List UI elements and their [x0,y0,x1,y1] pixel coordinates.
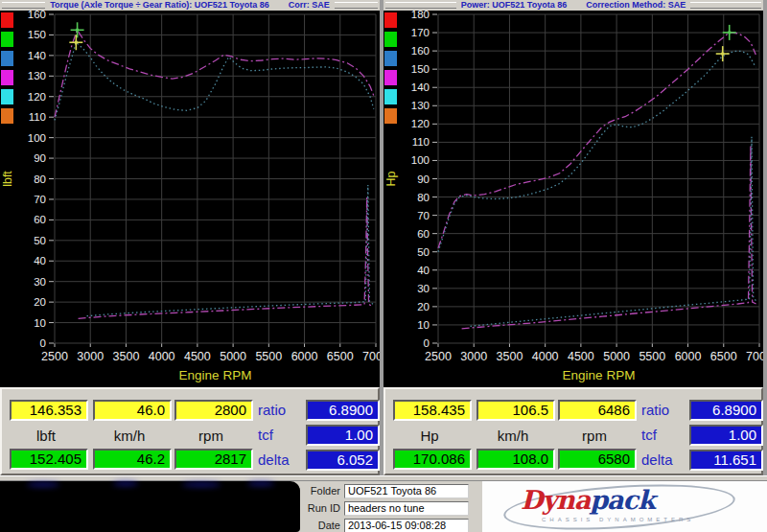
x-tick-label: 5500 [255,350,282,363]
x-tick-label: 2500 [425,350,452,363]
rpm-cursor-yellow-value: 2800 [174,400,253,421]
power-chart-title: Power: UOF521 Toyota 86 [458,0,569,11]
delta-value: 6.052 [306,450,380,471]
y-tick-label: 100 [411,154,430,166]
blue-legend-swatch[interactable] [1,51,13,66]
y-axis-label: Hp [384,171,398,186]
orange-legend-swatch[interactable] [384,108,397,124]
rpm-cursor-green-value: 6580 [558,449,637,470]
speed-trace-magenta [79,197,373,318]
power-chart[interactable]: 2500300035004000450050005500600065007000… [384,11,763,387]
folder-label: Folder [300,485,340,497]
y-tick-label: 90 [34,152,46,164]
speed-trace-cyan [471,137,756,327]
ratio-label: ratio [258,402,286,418]
runid-input[interactable]: headers no tune [344,501,469,516]
folder-row: Folder UOF521 Toyota 86 [300,484,482,498]
y-tick-label: 110 [412,136,430,148]
magenta-legend-swatch[interactable] [1,70,13,85]
tcf-value: 1.00 [689,425,763,446]
titlebar-rail [2,2,45,9]
green-cursor[interactable] [723,25,736,40]
red-legend-swatch[interactable] [384,12,397,28]
speed-unit-label: km/h [498,428,529,444]
torque-chart[interactable]: 2500300035004000450050005500600065007000… [0,11,380,387]
y-tick-label: 140 [28,50,46,61]
power-cursor-green-value: 170.086 [393,449,472,470]
y-tick-label: 150 [411,63,430,75]
y-tick-label: 160 [28,11,46,20]
y-tick-label: 180 [411,11,430,20]
y-tick-label: 100 [28,132,46,144]
x-tick-label: 3500 [497,350,523,363]
delta-label: delta [641,451,673,468]
logo-text-dyna: Dyna [521,485,590,515]
speed-cursor-green-value: 46.2 [93,449,172,470]
y-tick-label: 70 [417,210,430,221]
speed-cursor-green-value: 108.0 [476,449,555,470]
speed-unit-label: km/h [114,428,146,444]
x-tick-label: 4500 [184,350,211,363]
redacted-region [0,481,300,532]
y-tick-label: 10 [417,319,430,331]
power-run-cyan [438,51,755,251]
date-row: Date 2013-06-15 09:08:28 [300,519,482,532]
y-tick-label: 150 [28,29,46,40]
y-tick-label: 110 [29,111,46,123]
charts-row: Torque (Axle Torque ÷ Gear Ratio): UOF52… [0,0,767,387]
runid-label: Run ID [300,502,340,514]
rpm-cursor-green-value: 2817 [174,449,253,470]
x-tick-label: 6000 [675,350,702,363]
footer: Folder UOF521 Toyota 86 Run ID headers n… [0,475,767,532]
rpm-cursor-yellow-value: 6486 [558,400,637,421]
y-tick-label: 90 [417,173,430,185]
power-chart-panel: Power: UOF521 Toyota 86 Correction Metho… [384,0,763,387]
y-tick-label: 120 [411,118,430,129]
torque-run-cyan [55,42,374,120]
cyan-legend-swatch[interactable] [384,89,397,104]
torque-readout-panel: 146.353 46.0 2800 lbft km/h rpm 152.405 … [0,387,380,475]
orange-legend-swatch[interactable] [1,108,13,124]
rpm-unit-label: rpm [198,428,223,444]
titlebar-rail [385,2,456,9]
torque-cursor-yellow-value: 146.353 [10,400,88,421]
magenta-legend-swatch[interactable] [384,70,397,85]
tcf-value: 1.00 [306,425,380,446]
folder-input[interactable]: UOF521 Toyota 86 [344,484,469,498]
torque-cursor-green-value: 152.405 [10,449,88,470]
y-tick-label: 40 [417,265,430,276]
tcf-label: tcf [258,427,273,443]
tcf-label: tcf [641,427,657,443]
y-tick-label: 120 [28,91,46,103]
torque-corr-label: Corr: SAE [286,0,333,11]
power-corr-label: Correction Method: SAE [583,0,688,11]
titlebar-rail [690,2,761,9]
torque-chart-title: Torque (Axle Torque ÷ Gear Ratio): UOF52… [47,0,271,11]
titlebar-rail [335,2,378,9]
y-tick-label: 20 [34,296,46,308]
x-tick-label: 7000 [362,350,380,363]
y-tick-label: 0 [424,337,430,349]
green-legend-swatch[interactable] [384,32,397,47]
readouts-row: 146.353 46.0 2800 lbft km/h rpm 152.405 … [0,387,767,475]
red-legend-swatch[interactable] [1,12,13,28]
torque-unit-label: lbft [36,428,56,444]
y-tick-label: 140 [411,81,430,93]
yellow-cursor[interactable] [716,46,730,61]
date-input[interactable]: 2013-06-15 09:08:28 [344,519,469,532]
power-unit-label: Hp [420,428,438,444]
blue-legend-swatch[interactable] [384,51,397,66]
redaction-smudge [27,482,59,487]
x-tick-label: 7000 [746,350,763,363]
delta-label: delta [258,451,290,468]
speed-trace-cyan [87,185,373,316]
run-info-form: Folder UOF521 Toyota 86 Run ID headers n… [300,481,482,532]
y-tick-label: 0 [40,337,46,349]
y-tick-label: 130 [411,100,430,111]
green-legend-swatch[interactable] [1,32,13,47]
y-tick-label: 170 [411,27,430,38]
cyan-legend-swatch[interactable] [1,89,13,104]
y-tick-label: 80 [417,192,430,203]
delta-value: 11.651 [689,450,763,471]
yellow-cursor[interactable] [69,35,82,50]
